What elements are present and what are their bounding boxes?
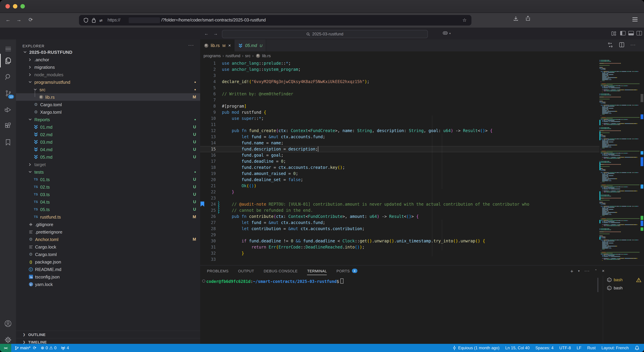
breadcrumb-item-src[interactable]: src (245, 53, 250, 58)
toggle-panel-icon[interactable] (628, 31, 634, 36)
status-encoding[interactable]: UTF-8 (560, 346, 571, 350)
panel-more-icon[interactable]: ··· (584, 268, 590, 274)
downloads-icon[interactable] (513, 16, 518, 21)
url-bar[interactable]: ⇄ https:// /?folder=/home/coder/smart-co… (79, 15, 472, 26)
reload-button[interactable]: ⟳ (28, 17, 33, 23)
share-icon[interactable] (526, 16, 530, 21)
explorer-more-actions-icon[interactable]: ··· (188, 42, 194, 48)
command-center-search[interactable]: 2025-03-rustfund (222, 30, 428, 38)
tree-item-02-ts[interactable]: TS02.tsU (16, 183, 200, 191)
breadcrumb[interactable]: programs›rustfund›src›Rlib.rs (200, 52, 644, 60)
close-panel-icon[interactable]: × (602, 268, 604, 274)
panel-tab-debug-console[interactable]: DEBUG CONSOLE (264, 269, 298, 273)
tree-item-node-modules[interactable]: node_modules (16, 71, 200, 78)
browser-menu-icon[interactable] (632, 17, 638, 22)
tree-item-05-ts[interactable]: TS05.tsU (16, 206, 200, 213)
status-cursor-position[interactable]: Ln 15, Col 40 (505, 346, 530, 350)
split-editor-icon[interactable] (619, 42, 624, 48)
remote-indicator[interactable]: >< (0, 344, 11, 352)
tree-item-lib-rs[interactable]: Rlib.rsM (16, 93, 200, 101)
tree-item-cargo-toml[interactable]: ⚙Cargo.toml (16, 250, 200, 258)
status-indentation[interactable]: Spaces: 4 (536, 346, 554, 350)
editor-back-icon[interactable]: ← (204, 31, 209, 36)
forward-button[interactable]: → (16, 17, 22, 22)
tree-item--prettierignore[interactable]: .prettierignore (16, 228, 200, 236)
tree-item--gitignore[interactable]: .gitignore (16, 220, 200, 228)
code-editor[interactable]: 1use anchor_lang::prelude::*;2use anchor… (200, 60, 644, 265)
panel-tab-output[interactable]: OUTPUT (238, 269, 254, 273)
tree-item-01-md[interactable]: 01.mdU (16, 123, 200, 131)
panel-tab-ports[interactable]: PORTS4 (336, 268, 358, 273)
toggle-sidebar-icon[interactable] (620, 31, 626, 36)
tree-item-03-ts[interactable]: TS03.tsU (16, 191, 200, 198)
breadcrumb-item-lib.rs[interactable]: lib.rs (262, 53, 271, 58)
tree-item-04-ts[interactable]: TS04.tsU (16, 198, 200, 206)
bookmarks-activity-icon[interactable] (0, 136, 16, 149)
forwarded-ports-item[interactable]: 4 (61, 346, 69, 350)
terminal-scrollbar[interactable] (597, 278, 598, 292)
copilot-icon[interactable] (442, 31, 448, 36)
extensions-activity-icon[interactable] (0, 119, 16, 133)
outline-section[interactable]: ❯ OUTLINE (16, 330, 200, 338)
new-terminal-icon[interactable]: + (570, 268, 573, 274)
accounts-icon[interactable] (0, 316, 16, 330)
shield-icon[interactable] (84, 18, 88, 23)
tree-item-cargo-lock[interactable]: Cargo.lock (16, 243, 200, 250)
status-keyboard-layout[interactable]: Layout: French (602, 346, 629, 350)
status-commit-info[interactable]: Equious (1 month ago) (452, 346, 500, 350)
editor-forward-icon[interactable]: → (214, 31, 218, 36)
tab-lib-rs[interactable]: Rlib.rsM× (200, 40, 234, 52)
lock-icon[interactable] (92, 18, 96, 23)
tree-item-src[interactable]: src● (16, 86, 200, 93)
run-debug-activity-icon[interactable] (0, 103, 16, 116)
tree-item-readme-md[interactable]: README.md (16, 266, 200, 273)
tree-item-2025-03-rustfund[interactable]: 2025-03-RUSTFUND (16, 48, 200, 56)
tree-item-tests[interactable]: tests● (16, 168, 200, 176)
tree-item-05-md[interactable]: 05.mdU (16, 153, 200, 161)
status-eol[interactable]: LF (577, 346, 582, 350)
git-branch-item[interactable]: main* ⟳ (15, 346, 36, 350)
terminal-output[interactable]: coder@fb6d9fc6281d:~/smart-contracts/202… (206, 278, 344, 284)
terminal-instance-1[interactable]: $_bash (603, 276, 644, 284)
terminal-instance-2[interactable]: $_bash (603, 284, 644, 292)
breadcrumb-item-programs[interactable]: programs (204, 53, 221, 58)
copilot-chevron-icon[interactable]: ▾ (449, 32, 451, 35)
minimize-window-button[interactable] (13, 4, 17, 8)
tree-item-04-md[interactable]: 04.mdU (16, 146, 200, 153)
notifications-bell-icon[interactable] (634, 346, 640, 350)
back-button[interactable]: ← (6, 17, 10, 22)
search-activity-icon[interactable] (0, 70, 16, 84)
tree-item-anchor-toml[interactable]: ⚙Anchor.tomlM (16, 236, 200, 243)
tree-item--anchor[interactable]: .anchor (16, 56, 200, 63)
tree-item-cargo-toml[interactable]: ⚙Cargo.toml (16, 101, 200, 108)
maximize-panel-icon[interactable]: ⌃ (595, 269, 597, 274)
zoom-window-button[interactable] (20, 4, 25, 8)
panel-tab-terminal[interactable]: TERMINAL (307, 269, 327, 275)
tree-item-package-json[interactable]: {}package.json (16, 258, 200, 266)
panel-tab-problems[interactable]: PROBLEMS (207, 269, 228, 273)
tab-05-md[interactable]: 05.mdU (234, 40, 266, 52)
open-changes-icon[interactable] (608, 42, 613, 48)
container-switch-icon[interactable]: ⇄ (100, 18, 102, 23)
bookmark-star-icon[interactable]: ☆ (462, 17, 467, 23)
overview-ruler[interactable] (640, 60, 644, 265)
tree-item-yarn-lock[interactable]: yyarn.lock (16, 280, 200, 288)
tree-item-tsconfig-json[interactable]: TStsconfig.json (16, 273, 200, 280)
more-actions-icon[interactable]: ··· (630, 42, 636, 48)
tree-item-migrations[interactable]: migrations (16, 63, 200, 71)
problems-item[interactable]: ⊗ 0 ⚠ 0 (41, 346, 56, 350)
toggle-secondary-sidebar-icon[interactable] (636, 31, 642, 36)
tree-item-02-md[interactable]: 02.mdU (16, 131, 200, 138)
close-window-button[interactable] (6, 4, 10, 8)
close-tab-icon[interactable]: × (228, 43, 231, 48)
breadcrumb-item-rustfund[interactable]: rustfund (226, 53, 240, 58)
tree-item-programs-rustfund[interactable]: programs/rustfund● (16, 78, 200, 86)
tree-item-target[interactable]: target (16, 161, 200, 168)
tree-item-03-md[interactable]: 03.mdU (16, 138, 200, 146)
tree-item-01-ts[interactable]: TS01.tsU (16, 176, 200, 183)
minimap[interactable] (600, 60, 640, 265)
tree-item-rustfund-ts[interactable]: TSrustfund.tsM (16, 213, 200, 220)
terminal-dropdown-icon[interactable]: ▾ (578, 269, 580, 274)
tree-item-reports[interactable]: Reports● (16, 116, 200, 123)
status-language-mode[interactable]: Rust (587, 346, 596, 350)
